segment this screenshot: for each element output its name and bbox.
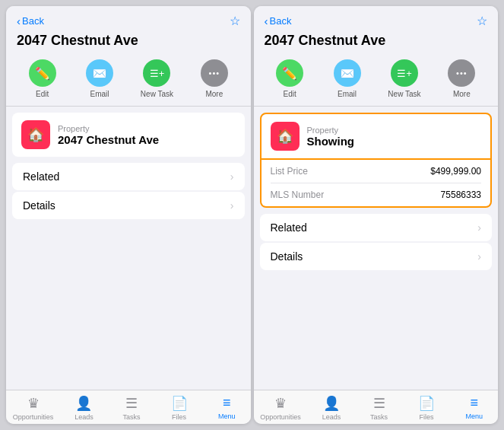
right-details-chevron-icon: › — [477, 250, 481, 263]
right-tasks-icon: ☰ — [373, 395, 385, 412]
right-email-icon: ✉️ — [334, 59, 361, 87]
left-record-card-text: Property 2047 Chestnut Ave — [58, 124, 159, 146]
left-tasks-icon: ☰ — [125, 395, 138, 412]
left-tab-opportunities[interactable]: ♛ Opportunities — [13, 395, 54, 421]
left-tab-leads[interactable]: 👤 Leads — [67, 395, 101, 421]
right-edit-button[interactable]: ✏️ Edit — [271, 59, 309, 98]
right-back-label: Back — [270, 15, 292, 27]
left-tab-files[interactable]: 📄 Files — [162, 395, 196, 421]
left-files-icon: 📄 — [171, 395, 188, 412]
left-menu-icon: ≡ — [223, 395, 231, 411]
left-back-chevron-icon: ‹ — [17, 15, 21, 27]
right-screen: ‹ Back ☆ 2047 Chestnut Ave ✏️ Edit ✉️ Em… — [254, 6, 499, 424]
right-mls-row: MLS Number 75586333 — [271, 183, 482, 206]
left-header: ‹ Back ☆ — [6, 6, 251, 31]
right-tab-opportunities[interactable]: ♛ Opportunities — [260, 395, 301, 421]
right-actions-row: ✏️ Edit ✉️ Email ☰+ New Task ••• More — [254, 55, 499, 107]
right-newtask-label: New Task — [388, 90, 420, 98]
screens-container: ‹ Back ☆ 2047 Chestnut Ave ✏️ Edit ✉️ Em… — [0, 0, 504, 430]
right-mls-value: 75586333 — [441, 190, 481, 200]
right-more-button[interactable]: ••• More — [442, 59, 480, 98]
right-files-icon: 📄 — [418, 395, 435, 412]
left-back-button[interactable]: ‹ Back — [17, 15, 44, 27]
left-email-button[interactable]: ✉️ Email — [81, 59, 119, 98]
right-back-chevron-icon: ‹ — [265, 15, 268, 27]
right-list-price-row: List Price $499,999.00 — [271, 160, 482, 183]
right-more-label: More — [453, 90, 471, 98]
right-related-row[interactable]: Related › — [260, 214, 493, 241]
left-leads-label: Leads — [74, 413, 94, 421]
right-tab-menu[interactable]: ≡ Menu — [457, 395, 491, 421]
left-tasks-label: Tasks — [123, 413, 141, 421]
left-more-button[interactable]: ••• More — [195, 59, 233, 98]
right-page-title: 2047 Chestnut Ave — [254, 31, 499, 55]
left-newtask-button[interactable]: ☰+ New Task — [138, 59, 176, 98]
left-more-icon: ••• — [201, 59, 228, 87]
left-edit-button[interactable]: ✏️ Edit — [24, 59, 62, 98]
left-menu-label: Menu — [218, 412, 236, 420]
right-leads-label: Leads — [322, 413, 341, 421]
right-tab-leads[interactable]: 👤 Leads — [314, 395, 348, 421]
right-related-chevron-icon: › — [477, 221, 481, 234]
right-record-card[interactable]: 🏠 Property Showing — [260, 113, 493, 160]
right-card-type: Property — [307, 126, 355, 135]
left-card-title: 2047 Chestnut Ave — [58, 133, 159, 146]
left-details-row[interactable]: Details › — [12, 192, 245, 219]
left-record-card-icon: 🏠 — [21, 120, 50, 149]
left-content: 🏠 Property 2047 Chestnut Ave Related › D… — [6, 107, 251, 390]
left-back-label: Back — [22, 15, 44, 27]
left-tab-tasks[interactable]: ☰ Tasks — [115, 395, 149, 421]
right-opportunities-label: Opportunities — [260, 413, 301, 421]
right-tab-files[interactable]: 📄 Files — [410, 395, 444, 421]
right-mls-label: MLS Number — [271, 190, 325, 200]
left-email-label: Email — [90, 90, 109, 98]
right-list-price-label: List Price — [271, 166, 308, 177]
right-opportunities-icon: ♛ — [274, 395, 287, 412]
right-menu-label: Menu — [465, 412, 483, 420]
right-edit-icon: ✏️ — [276, 59, 303, 87]
left-record-card[interactable]: 🏠 Property 2047 Chestnut Ave — [12, 113, 245, 157]
right-record-card-text: Property Showing — [307, 126, 355, 148]
left-bookmark-icon[interactable]: ☆ — [230, 14, 240, 28]
left-tab-bar: ♛ Opportunities 👤 Leads ☰ Tasks 📄 Files … — [6, 390, 251, 424]
left-opportunities-icon: ♛ — [27, 395, 40, 412]
right-email-button[interactable]: ✉️ Email — [328, 59, 366, 98]
right-header: ‹ Back ☆ — [254, 6, 499, 31]
right-content: 🏠 Property Showing List Price $499,999.0… — [254, 107, 499, 390]
left-actions-row: ✏️ Edit ✉️ Email ☰+ New Task ••• More — [6, 55, 251, 107]
right-edit-label: Edit — [284, 90, 296, 98]
right-card-details: List Price $499,999.00 MLS Number 755863… — [260, 160, 493, 208]
right-details-label: Details — [271, 250, 303, 263]
left-files-label: Files — [172, 413, 186, 421]
left-related-label: Related — [23, 170, 59, 183]
right-back-button[interactable]: ‹ Back — [265, 15, 292, 27]
left-leads-icon: 👤 — [75, 395, 92, 412]
left-related-row[interactable]: Related › — [12, 163, 245, 190]
right-list-price-value: $499,999.00 — [430, 166, 481, 177]
left-page-title: 2047 Chestnut Ave — [6, 31, 251, 55]
left-screen: ‹ Back ☆ 2047 Chestnut Ave ✏️ Edit ✉️ Em… — [6, 6, 251, 424]
left-newtask-icon: ☰+ — [143, 59, 170, 87]
right-bookmark-icon[interactable]: ☆ — [477, 14, 487, 28]
left-related-chevron-icon: › — [230, 170, 234, 183]
right-related-label: Related — [271, 221, 307, 234]
left-opportunities-label: Opportunities — [13, 413, 54, 421]
right-email-label: Email — [338, 90, 357, 98]
left-edit-label: Edit — [36, 90, 49, 98]
right-newtask-icon: ☰+ — [391, 59, 418, 87]
left-more-label: More — [205, 90, 223, 98]
right-leads-icon: 👤 — [323, 395, 340, 412]
left-details-label: Details — [23, 199, 55, 212]
right-newtask-button[interactable]: ☰+ New Task — [385, 59, 423, 98]
right-menu-icon: ≡ — [470, 395, 478, 411]
left-newtask-label: New Task — [141, 90, 173, 98]
right-details-row[interactable]: Details › — [260, 243, 493, 270]
left-tab-menu[interactable]: ≡ Menu — [210, 395, 244, 421]
right-record-card-icon: 🏠 — [271, 122, 300, 151]
right-tasks-label: Tasks — [370, 413, 388, 421]
left-email-icon: ✉️ — [86, 59, 113, 87]
left-details-chevron-icon: › — [230, 199, 234, 212]
right-tab-bar: ♛ Opportunities 👤 Leads ☰ Tasks 📄 Files … — [254, 390, 499, 424]
right-tab-tasks[interactable]: ☰ Tasks — [362, 395, 396, 421]
left-edit-icon: ✏️ — [29, 59, 56, 87]
